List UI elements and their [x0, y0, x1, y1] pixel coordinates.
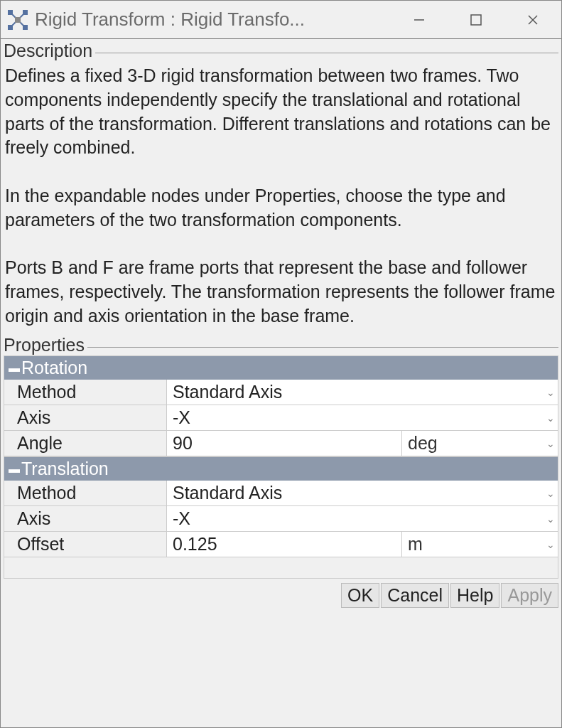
properties-panel: ▬ Rotation Method Standard Axis ⌄ Axis -… — [4, 355, 558, 579]
translation-axis-label: Axis — [4, 506, 167, 532]
dialog-window: Rigid Transform : Rigid Transfo... Descr… — [0, 0, 562, 728]
window-controls — [391, 1, 561, 38]
rotation-angle-cell: 90 deg ⌄ — [167, 431, 558, 456]
translation-offset-unit: m — [408, 534, 423, 555]
rotation-header-label: Rotation — [21, 358, 87, 378]
help-button[interactable]: Help — [450, 583, 499, 608]
button-bar: OK Cancel Help Apply — [1, 579, 561, 612]
titlebar: Rigid Transform : Rigid Transfo... — [1, 1, 561, 39]
translation-axis-dropdown[interactable]: -X ⌄ — [167, 506, 558, 532]
rotation-axis-row: Axis -X ⌄ — [4, 405, 558, 431]
properties-label: Properties — [4, 335, 85, 355]
svg-rect-5 — [23, 25, 28, 30]
rotation-angle-unit: deg — [408, 433, 438, 454]
rotation-axis-label: Axis — [4, 405, 167, 431]
app-icon — [5, 7, 31, 33]
rotation-angle-unit-dropdown[interactable]: deg ⌄ — [401, 431, 558, 456]
translation-offset-label: Offset — [4, 532, 167, 557]
svg-rect-4 — [8, 25, 13, 30]
collapse-icon: ▬ — [9, 363, 18, 373]
translation-method-value: Standard Axis — [167, 481, 558, 505]
translation-method-dropdown[interactable]: Standard Axis ⌄ — [167, 481, 558, 506]
description-header: Description — [1, 39, 561, 61]
rotation-method-dropdown[interactable]: Standard Axis ⌄ — [167, 380, 558, 405]
svg-rect-3 — [23, 10, 28, 15]
rotation-method-value: Standard Axis — [167, 380, 558, 405]
translation-method-label: Method — [4, 481, 167, 506]
rotation-angle-input[interactable]: 90 — [167, 431, 401, 456]
rotation-axis-dropdown[interactable]: -X ⌄ — [167, 405, 558, 431]
description-text: Defines a fixed 3-D rigid transformation… — [1, 61, 561, 333]
ok-button[interactable]: OK — [341, 583, 379, 608]
translation-axis-row: Axis -X ⌄ — [4, 506, 558, 532]
translation-method-row: Method Standard Axis ⌄ — [4, 481, 558, 506]
empty-row — [4, 557, 558, 579]
maximize-button[interactable] — [448, 1, 504, 38]
cancel-button[interactable]: Cancel — [381, 583, 449, 608]
svg-rect-8 — [471, 15, 481, 25]
minimize-button[interactable] — [391, 1, 448, 38]
translation-axis-value: -X — [167, 506, 558, 531]
svg-rect-2 — [8, 10, 13, 15]
translation-offset-input[interactable]: 0.125 — [167, 532, 401, 557]
window-title: Rigid Transform : Rigid Transfo... — [35, 9, 391, 31]
content-area: Description Defines a fixed 3-D rigid tr… — [1, 39, 561, 727]
translation-group-header[interactable]: ▬ Translation — [4, 456, 558, 481]
apply-button[interactable]: Apply — [501, 583, 558, 608]
rotation-axis-value: -X — [167, 405, 558, 430]
svg-rect-6 — [15, 17, 21, 23]
divider — [95, 53, 558, 53]
chevron-down-icon: ⌄ — [546, 438, 555, 449]
translation-header-label: Translation — [21, 459, 109, 479]
properties-header: Properties — [1, 333, 561, 355]
description-label: Description — [4, 41, 92, 61]
translation-offset-row: Offset 0.125 m ⌄ — [4, 532, 558, 557]
rotation-method-row: Method Standard Axis ⌄ — [4, 380, 558, 405]
rotation-method-label: Method — [4, 380, 167, 405]
translation-offset-unit-dropdown[interactable]: m ⌄ — [401, 532, 558, 557]
rotation-angle-row: Angle 90 deg ⌄ — [4, 431, 558, 456]
close-button[interactable] — [504, 1, 561, 38]
rotation-group-header[interactable]: ▬ Rotation — [4, 355, 558, 380]
chevron-down-icon: ⌄ — [546, 539, 555, 550]
rotation-angle-label: Angle — [4, 431, 167, 456]
collapse-icon: ▬ — [9, 464, 18, 474]
translation-offset-cell: 0.125 m ⌄ — [167, 532, 558, 557]
divider — [87, 347, 558, 348]
